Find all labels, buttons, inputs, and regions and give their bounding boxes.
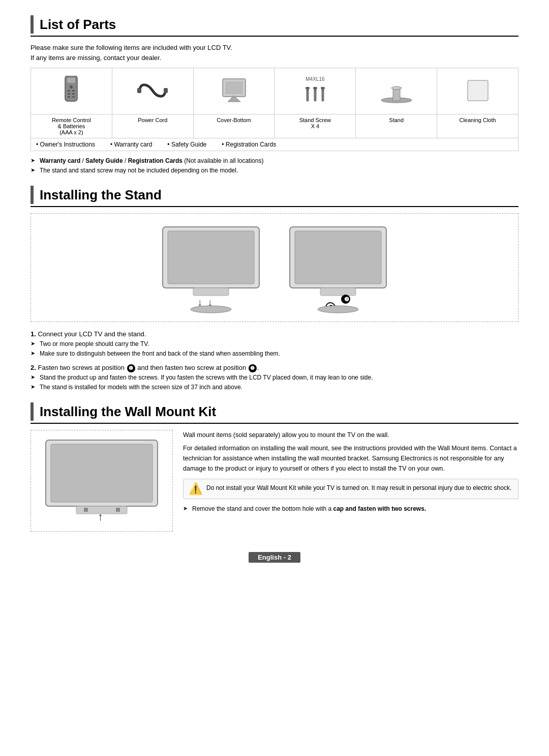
position-2-badge: ❷ bbox=[249, 364, 257, 372]
svg-rect-29 bbox=[193, 288, 229, 296]
docs-row: Owner's Instructions Warranty card Safet… bbox=[31, 138, 518, 151]
parts-note-2: The stand and stand screw may not be inc… bbox=[30, 166, 518, 176]
part-cover-bottom bbox=[194, 68, 275, 114]
svg-rect-5 bbox=[68, 93, 70, 95]
stand-label: Stand bbox=[356, 114, 437, 138]
stand-tv-right-svg: ❷ ❶ bbox=[280, 222, 396, 313]
svg-rect-7 bbox=[68, 96, 70, 98]
wall-mount-text: Wall mount items (sold separately) allow… bbox=[183, 430, 518, 514]
wall-mount-title: Installing the Wall Mount Kit bbox=[40, 404, 216, 420]
section-bar bbox=[30, 15, 34, 34]
part-stand bbox=[356, 68, 437, 114]
svg-point-32 bbox=[191, 306, 231, 313]
wall-mount-header: Installing the Wall Mount Kit bbox=[30, 402, 518, 424]
svg-rect-6 bbox=[72, 93, 75, 95]
section-bar-2 bbox=[30, 186, 34, 204]
stand-icon bbox=[379, 78, 414, 105]
svg-rect-44 bbox=[84, 508, 88, 512]
wall-mount-final-note: Remove the stand and cover the bottom ho… bbox=[183, 504, 518, 514]
stand-step-2: 2. Fasten two screws at position ❶ and t… bbox=[30, 363, 518, 392]
intro-text: Please make sure the following items are… bbox=[30, 43, 518, 63]
list-of-parts-header: List of Parts bbox=[30, 15, 518, 37]
svg-rect-4 bbox=[72, 90, 75, 92]
svg-rect-42 bbox=[51, 444, 152, 502]
doc-warranty: Warranty card bbox=[110, 141, 152, 148]
part-power-cord bbox=[112, 68, 194, 114]
stand-step-1-note-1: Two or more people should carry the TV. bbox=[30, 339, 518, 349]
parts-labels-row: Remote Control& Batteries(AAA x 2) Power… bbox=[31, 114, 518, 138]
stand-tv-left-svg: ↓ ↓ bbox=[152, 222, 269, 313]
stand-diagram: ↓ ↓ ❷ ❶ bbox=[30, 213, 518, 322]
warning-icon: ⚠️ bbox=[189, 483, 202, 495]
warning-text: Do not install your Wall Mount Kit while… bbox=[206, 483, 511, 492]
remote-label: Remote Control& Batteries(AAA x 2) bbox=[31, 114, 112, 138]
position-1-badge: ❶ bbox=[127, 364, 135, 372]
svg-rect-28 bbox=[168, 231, 254, 284]
svg-point-40 bbox=[318, 306, 358, 313]
svg-point-2 bbox=[70, 85, 73, 89]
cleaning-cloth-icon bbox=[465, 78, 491, 105]
footer: English - 2 bbox=[30, 547, 518, 563]
svg-rect-35 bbox=[320, 288, 356, 296]
svg-rect-45 bbox=[116, 508, 120, 512]
parts-images-row: M4XL16 bbox=[31, 68, 518, 114]
stand-screw-icon bbox=[302, 84, 328, 106]
installing-stand-header: Installing the Stand bbox=[30, 186, 518, 207]
part-stand-screw: M4XL16 bbox=[274, 68, 356, 114]
stand-diagram-left: ↓ ↓ bbox=[152, 222, 269, 313]
installing-stand-title: Installing the Stand bbox=[40, 187, 162, 203]
footer-label: English - 2 bbox=[249, 552, 300, 563]
stand-step-1: 1. Connect your LCD TV and the stand. Tw… bbox=[30, 329, 518, 359]
parts-note-1: Warranty card / Safety Guide / Registrat… bbox=[30, 156, 518, 166]
wall-mount-svg: ↑ bbox=[41, 438, 163, 524]
parts-table: M4XL16 bbox=[30, 68, 518, 151]
wall-mount-content: ↑ Wall mount items (sold separately) all… bbox=[30, 430, 518, 532]
stand-step-2-note-1: Stand the product up and fasten the scre… bbox=[30, 373, 518, 383]
cleaning-cloth-label: Cleaning Cloth bbox=[437, 114, 518, 138]
warning-box: ⚠️ Do not install your Wall Mount Kit wh… bbox=[183, 479, 518, 499]
power-cord-label: Power Cord bbox=[112, 114, 194, 138]
stand-screw-sublabel: M4XL16 bbox=[306, 76, 324, 82]
svg-rect-10 bbox=[164, 88, 168, 93]
power-cord-icon bbox=[137, 78, 168, 105]
cover-bottom-label: Cover-Bottom bbox=[194, 114, 275, 138]
stand-step-2-note-2: The stand is installed for models with t… bbox=[30, 383, 518, 392]
parts-notes: Warranty card / Safety Guide / Registrat… bbox=[30, 156, 518, 176]
part-remote bbox=[31, 68, 112, 114]
svg-rect-34 bbox=[295, 231, 381, 284]
cover-bottom-icon bbox=[220, 76, 248, 106]
wall-mount-para-1: Wall mount items (sold separately) allow… bbox=[183, 430, 518, 440]
svg-rect-8 bbox=[72, 96, 75, 98]
wall-mount-para-2: For detailed information on installing t… bbox=[183, 443, 518, 474]
list-of-parts-title: List of Parts bbox=[40, 17, 116, 33]
wall-mount-diagram: ↑ bbox=[30, 430, 173, 532]
svg-rect-24 bbox=[393, 88, 400, 101]
svg-rect-1 bbox=[67, 78, 75, 83]
doc-owners-instructions: Owner's Instructions bbox=[36, 141, 95, 148]
svg-rect-9 bbox=[137, 88, 141, 93]
stand-diagram-right: ❷ ❶ bbox=[280, 222, 396, 313]
svg-text:❷: ❷ bbox=[344, 296, 349, 302]
section-bar-3 bbox=[30, 402, 34, 421]
doc-safety: Safety Guide bbox=[167, 141, 206, 148]
stand-step-1-note-2: Make sure to distinguish between the fro… bbox=[30, 349, 518, 359]
svg-text:↑: ↑ bbox=[98, 510, 103, 523]
svg-rect-26 bbox=[468, 80, 488, 101]
svg-rect-3 bbox=[68, 90, 70, 92]
doc-registration: Registration Cards bbox=[222, 141, 276, 148]
stand-instructions: 1. Connect your LCD TV and the stand. Tw… bbox=[30, 329, 518, 392]
svg-rect-12 bbox=[225, 81, 243, 94]
remote-icon bbox=[61, 76, 81, 107]
stand-screw-label: Stand ScrewX 4 bbox=[274, 114, 356, 138]
svg-point-25 bbox=[391, 86, 402, 90]
part-cleaning-cloth bbox=[437, 68, 518, 114]
